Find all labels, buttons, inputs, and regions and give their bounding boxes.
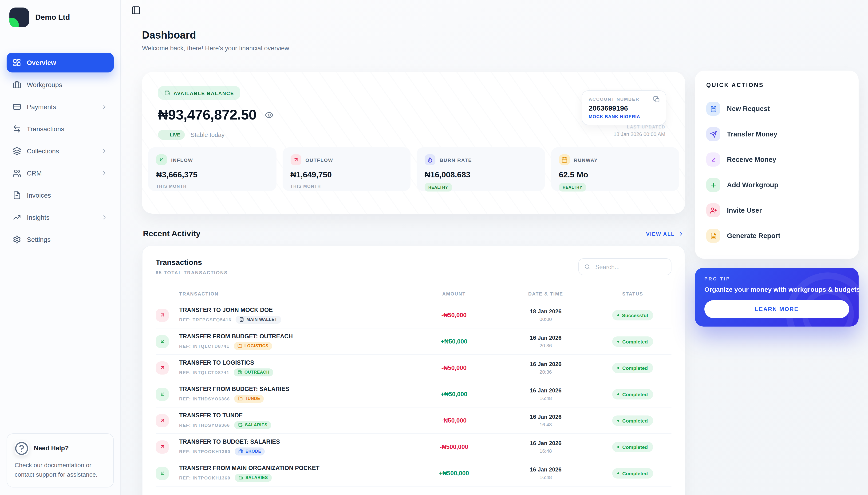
tag-icon bbox=[238, 423, 243, 427]
table-row[interactable]: TRANSFER FROM BUDGET: SALARIES REF: INTH… bbox=[156, 381, 671, 408]
quick-action-icon bbox=[706, 152, 720, 167]
table-row[interactable]: TRANSFER FROM MAIN ORGANIZATION POCKET R… bbox=[156, 460, 671, 487]
page-head: Dashboard Welcome back, there! Here's yo… bbox=[142, 29, 290, 52]
sidebar-item[interactable]: Payments bbox=[6, 97, 114, 117]
eye-icon[interactable] bbox=[265, 110, 274, 119]
transaction-ref: REF: INTQLCTD8741 bbox=[179, 343, 229, 348]
view-all-link[interactable]: VIEW ALL bbox=[646, 231, 684, 237]
sidebar-item-icon bbox=[13, 191, 21, 200]
sidebar-toggle-icon[interactable] bbox=[131, 6, 141, 15]
quick-action-item[interactable]: Invite User bbox=[706, 201, 847, 220]
table-header: TRANSACTION AMOUNT DATE & TIME STATUS bbox=[156, 286, 671, 302]
status-dot bbox=[618, 341, 620, 343]
account-number-value: 2063699196 bbox=[589, 104, 659, 112]
transaction-time: 16:48 bbox=[497, 474, 594, 480]
column-header: DATE & TIME bbox=[497, 291, 594, 296]
quick-action-item[interactable]: Add Workgroup bbox=[706, 175, 847, 195]
quick-action-item[interactable]: Generate Report bbox=[706, 226, 847, 245]
table-row[interactable]: TRANSFER TO BUDGET: SALARIES REF: INTPOO… bbox=[156, 434, 671, 460]
learn-more-button[interactable]: LEARN MORE bbox=[704, 300, 849, 318]
stat-icon bbox=[559, 154, 570, 165]
transaction-time: 20:36 bbox=[497, 369, 594, 375]
balance-amount: ₦93,476,872.50 bbox=[158, 107, 256, 123]
stat-card: BURN RATE ₦16,008.683 HEALTHY bbox=[417, 147, 545, 191]
sidebar-item-label: Payments bbox=[27, 103, 56, 110]
copy-icon[interactable] bbox=[653, 96, 660, 103]
quick-actions-card: QUICK ACTIONS New Request Transfer Money bbox=[695, 71, 858, 259]
app-root: Demo Ltd Overview Workgroups Payments bbox=[0, 0, 868, 495]
transaction-title: TRANSFER FROM MAIN ORGANIZATION POCKET bbox=[179, 465, 410, 471]
sidebar-item-icon bbox=[13, 213, 21, 222]
status-dot bbox=[618, 420, 620, 422]
brand: Demo Ltd bbox=[0, 0, 120, 35]
sidebar-item-icon bbox=[13, 235, 21, 244]
transaction-amount: -₦50,000 bbox=[410, 311, 497, 319]
help-circle-icon bbox=[15, 441, 29, 455]
help-card: Need Help? Check our documentation or co… bbox=[6, 433, 114, 488]
sidebar-item[interactable]: CRM bbox=[6, 163, 114, 183]
direction-icon bbox=[156, 466, 169, 480]
table-row[interactable]: TRANSFER TO LOGISTICS REF: INTQLCTD8741 … bbox=[156, 355, 671, 381]
quick-action-icon bbox=[706, 102, 720, 116]
live-badge: LIVE bbox=[158, 130, 185, 140]
table-row[interactable]: TRANSFER FROM BUDGET: OUTREACH REF: INTQ… bbox=[156, 328, 671, 355]
stat-card: OUTFLOW ₦1,649,750 THIS MONTH bbox=[282, 147, 410, 191]
sidebar-item-icon bbox=[13, 125, 21, 133]
sidebar-item[interactable]: Settings bbox=[6, 229, 114, 250]
stat-card: INFLOW ₦3,666,375 THIS MONTH bbox=[148, 147, 276, 191]
page-subtitle: Welcome back, there! Here's your financi… bbox=[142, 45, 290, 52]
transaction-ref: REF: INTHDSYO6366 bbox=[179, 396, 230, 401]
quick-action-icon bbox=[706, 229, 720, 243]
transaction-date: 16 Jan 2026 bbox=[497, 414, 594, 420]
direction-icon bbox=[156, 414, 169, 427]
sidebar-item[interactable]: Invoices bbox=[6, 185, 114, 205]
quick-action-item[interactable]: Transfer Money bbox=[706, 124, 847, 144]
sidebar-item[interactable]: Collections bbox=[6, 141, 114, 161]
company-name: Demo Ltd bbox=[35, 13, 70, 22]
pro-tip-kicker: PRO TIP bbox=[704, 276, 849, 281]
status-badge: Completed bbox=[613, 337, 653, 347]
sidebar-item[interactable]: Insights bbox=[6, 207, 114, 227]
quick-action-item[interactable]: Receive Money bbox=[706, 150, 847, 169]
transaction-date: 16 Jan 2026 bbox=[497, 387, 594, 394]
tag-icon bbox=[237, 370, 242, 375]
stat-card: RUNWAY 62.5 Mo HEALTHY bbox=[551, 147, 679, 191]
sidebar-item-icon bbox=[13, 58, 21, 67]
pro-tip-card: PRO TIP Organize your money with workgro… bbox=[695, 268, 858, 327]
transaction-date: 16 Jan 2026 bbox=[497, 335, 594, 341]
table-row[interactable]: TRANSFER TO TUNDE REF: INTHDSYO6366 SALA… bbox=[156, 408, 671, 434]
bank-name-link[interactable]: MOCK BANK NIGERIA bbox=[589, 114, 659, 119]
help-body: Check our documentation or contact suppo… bbox=[15, 460, 106, 479]
chevron-right-icon bbox=[101, 148, 108, 154]
quick-actions-title: QUICK ACTIONS bbox=[706, 82, 847, 88]
status-badge: Completed bbox=[613, 442, 653, 452]
recent-activity-head: Recent Activity VIEW ALL bbox=[142, 229, 685, 239]
stat-value: ₦16,008.683 bbox=[425, 170, 537, 180]
tag-icon bbox=[238, 475, 243, 480]
table-row[interactable]: TRANSFER TO JOHN MOCK DOE REF: TRFPGSEQ5… bbox=[156, 302, 671, 328]
stat-value: ₦3,666,375 bbox=[156, 170, 268, 180]
stat-label: BURN RATE bbox=[440, 157, 472, 163]
search-box bbox=[578, 258, 671, 275]
transaction-amount: -₦50,000 bbox=[410, 417, 497, 424]
sidebar-item[interactable]: Workgroups bbox=[6, 75, 114, 95]
search-input[interactable] bbox=[594, 263, 665, 271]
stat-footer: THIS MONTH bbox=[290, 184, 403, 189]
status-badge: Completed bbox=[613, 389, 653, 399]
sidebar-item[interactable]: Overview bbox=[6, 53, 114, 72]
sidebar-item-label: Overview bbox=[27, 59, 56, 66]
sidebar-item-label: Workgroups bbox=[27, 81, 62, 88]
last-updated-label: LAST UPDATED bbox=[614, 125, 665, 130]
status-badge: Completed bbox=[613, 363, 653, 373]
quick-action-item[interactable]: New Request bbox=[706, 99, 847, 119]
page-title: Dashboard bbox=[142, 29, 290, 41]
plus-icon bbox=[163, 133, 167, 137]
chevron-right-icon bbox=[677, 231, 684, 237]
sidebar-item-icon bbox=[13, 169, 21, 177]
transaction-tag: MAIN WALLET bbox=[235, 315, 281, 324]
column-header: AMOUNT bbox=[410, 291, 497, 296]
sidebar-item[interactable]: Transactions bbox=[6, 119, 114, 139]
column-header: TRANSACTION bbox=[179, 291, 410, 296]
wallet-icon bbox=[164, 90, 170, 96]
chevron-right-icon bbox=[101, 170, 108, 176]
